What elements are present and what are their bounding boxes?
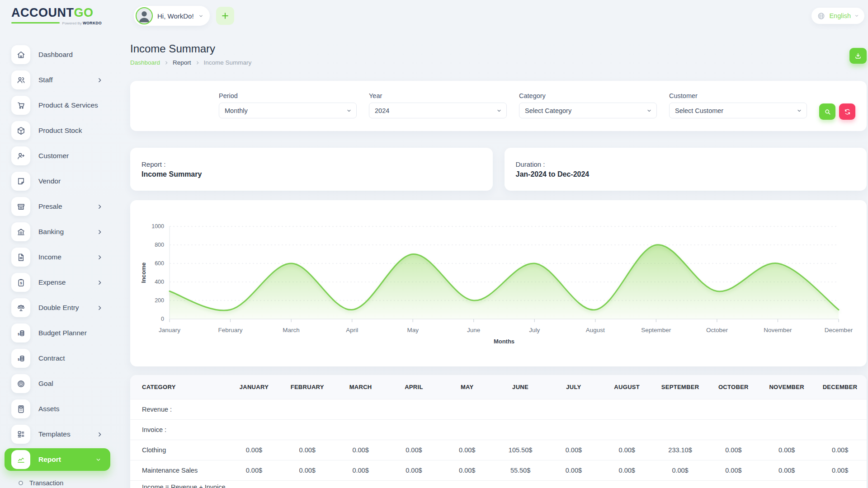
column-header-november: NOVEMBER [760,375,813,399]
value-cell: 0.00$ [707,440,760,460]
year-select[interactable]: 2024 [369,103,507,118]
category-label: Category [519,92,657,99]
svg-text:$: $ [18,357,20,361]
logo-account: ACCOUNT [11,6,74,19]
value-cell [494,419,547,440]
basket-icon [11,197,30,216]
value-cell: 0.00$ [547,440,600,460]
category-cell: Invoice : [130,419,227,440]
value-cell [654,419,707,440]
value-cell: 0.00$ [440,440,494,460]
sidebar-item-product-stock[interactable]: Product Stock [0,118,118,143]
language-label: English [829,12,851,19]
logo-tagline-row: Powered By WORKDO [11,21,102,25]
sidebar-item-dashboard[interactable]: Dashboard [0,42,118,67]
logo-go: GO [74,6,94,19]
value-cell [227,399,281,419]
sidebar-item-staff[interactable]: Staff [0,67,118,93]
table-row-income-revenue-invoice: Income = Revenue + Invoice : [130,480,867,488]
value-cell [600,480,654,488]
sidebar-item-banking[interactable]: Banking [0,219,118,244]
svg-text:600: 600 [155,260,164,267]
box-icon [11,121,30,140]
coins-icon: $ [11,324,30,343]
svg-text:800: 800 [155,242,164,248]
value-cell: 0.00$ [440,460,494,480]
reset-button[interactable] [839,103,855,120]
language-selector[interactable]: English [811,8,864,24]
sidebar-item-expense[interactable]: $ Expense [0,270,118,295]
chevron-down-icon [854,14,859,18]
column-header-may: MAY [440,375,494,399]
add-button[interactable] [216,7,234,25]
svg-text:$: $ [18,332,20,336]
breadcrumb-report[interactable]: Report [173,59,191,66]
filter-card: Period Monthly Year 2024 Category Select… [130,81,867,131]
svg-text:August: August [586,327,605,333]
sidebar-item-customer[interactable]: Customer [0,143,118,169]
chevron-right-icon [97,305,103,311]
app-logo: ACCOUNTGO Powered By WORKDO [0,7,118,25]
user-menu[interactable]: Hi, WorkDo! [134,6,210,26]
value-cell [227,480,281,488]
value-cell [440,419,494,440]
value-cell [281,419,334,440]
value-cell [547,480,600,488]
value-cell: 0.00$ [227,460,281,480]
period-select[interactable]: Monthly [219,103,357,118]
income-summary-table: CATEGORYJANUARYFEBRUARYMARCHAPRILMAYJUNE… [130,375,867,488]
duration-card-value: Jan-2024 to Dec-2024 [516,170,867,178]
target-icon [11,374,30,393]
sidebar-item-contract[interactable]: $ Contract [0,346,118,371]
sidebar-item-vendor[interactable]: Vendor [0,169,118,194]
svg-text:June: June [467,327,480,333]
sidebar-subitem-transaction[interactable]: Transaction [0,472,118,488]
column-header-december: DECEMBER [813,375,867,399]
breadcrumb-dashboard[interactable]: Dashboard [130,59,160,66]
greeting-text: Hi, WorkDo! [157,12,194,20]
value-cell [494,480,547,488]
svg-text:Months: Months [494,338,514,345]
chevron-down-icon [95,457,101,463]
value-cell [813,399,867,419]
sidebar-item-label: Product Stock [38,127,82,135]
note-icon [11,172,30,191]
search-button[interactable] [819,103,835,120]
sidebar-item-presale[interactable]: Presale [0,194,118,219]
sidebar-item-templates[interactable]: Templates [0,422,118,447]
filter-actions [819,103,855,120]
sidebar-item-double-entry[interactable]: Double Entry [0,295,118,320]
value-cell [334,399,387,419]
sidebar-item-goal[interactable]: Goal [0,371,118,396]
sidebar-item-assets[interactable]: Assets [0,396,118,422]
sidebar-item-label: Income [38,253,61,261]
value-cell [707,399,760,419]
svg-text:Income: Income [140,263,147,283]
logo-tagline-brand: WORKDO [83,21,102,25]
value-cell: 0.00$ [334,440,387,460]
logo-tagline: Powered By [62,21,82,25]
sidebar-item-budget-planner[interactable]: $ Budget Planner [0,320,118,346]
value-cell: 0.00$ [813,440,867,460]
download-icon [854,52,862,60]
value-cell [281,480,334,488]
sidebar-item-label: Budget Planner [38,329,87,337]
value-cell [654,480,707,488]
users-icon [11,70,30,89]
sidebar-item-report[interactable]: Report [5,448,110,471]
sidebar-item-label: Vendor [38,177,61,185]
sidebar-item-product-services[interactable]: Product & Services [0,93,118,118]
value-cell [227,419,281,440]
category-select[interactable]: Select Category [519,103,657,118]
value-cell [654,399,707,419]
report-card: Report : Income Summary [130,148,493,191]
customer-select[interactable]: Select Customer [669,103,807,118]
svg-text:September: September [641,327,671,333]
sidebar-item-income[interactable]: Income [0,244,118,270]
avatar [136,7,153,24]
value-cell [387,399,440,419]
search-icon [824,108,831,116]
download-button[interactable] [849,48,867,64]
value-cell [440,480,494,488]
page-title: Income Summary [130,42,867,55]
